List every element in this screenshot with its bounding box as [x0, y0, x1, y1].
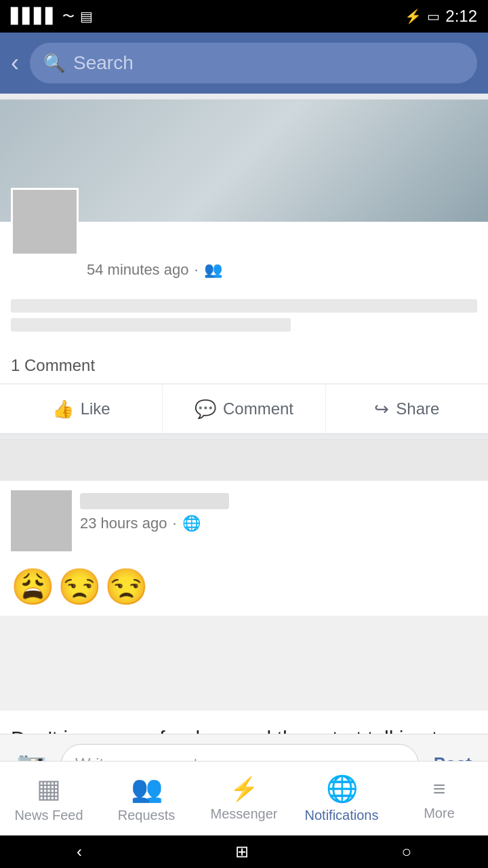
post-card-1: 54 minutes ago · 👥 1 Comment 👍 Like 💬 Co	[0, 99, 488, 434]
like-icon: 👍	[52, 399, 74, 420]
status-left: ▋▋▋▋ 〜 ▤	[11, 7, 93, 25]
comment-button[interactable]: 💬 Comment	[163, 384, 325, 433]
post2-name-blur	[80, 493, 229, 509]
nav-requests[interactable]: 👥 Requests	[98, 762, 195, 835]
share-button[interactable]: ↪ Share	[326, 384, 488, 433]
post2-meta: 23 hours ago · 🌐	[80, 490, 229, 532]
battery-icon: ▭	[427, 8, 440, 24]
share-icon: ↪	[374, 399, 389, 420]
blur-line-2	[11, 318, 291, 332]
notifications-icon: 🌐	[326, 774, 358, 804]
post1-meta: 54 minutes ago · 👥	[87, 261, 222, 279]
search-icon: 🔍	[43, 53, 65, 74]
status-bar: ▋▋▋▋ 〜 ▤ ⚡ ▭ 2:12	[0, 0, 488, 33]
bottom-nav: ▦ News Feed 👥 Requests ⚡ Messenger 🌐 Not…	[0, 761, 488, 835]
clock: 2:12	[445, 7, 477, 26]
post1-header: 54 minutes ago · 👥	[0, 256, 488, 288]
system-nav: ‹ ⊞ ○	[0, 835, 488, 868]
post1-image-area	[0, 100, 488, 256]
share-label: Share	[396, 399, 439, 418]
nav-messenger[interactable]: ⚡ Messenger	[195, 762, 293, 835]
post1-privacy-icon: 👥	[204, 261, 222, 279]
requests-icon: 👥	[131, 774, 163, 804]
nav-notifications[interactable]: 🌐 Notifications	[293, 762, 390, 835]
requests-label: Requests	[118, 808, 176, 823]
signal-icon: ▋▋▋▋	[11, 7, 57, 25]
system-search-button[interactable]: ○	[402, 842, 412, 861]
back-button[interactable]: ‹	[11, 49, 19, 77]
post2-time: 23 hours ago · 🌐	[80, 515, 229, 532]
charging-icon: ⚡	[405, 8, 422, 24]
comment-icon: 💬	[195, 399, 216, 420]
messenger-label: Messenger	[211, 806, 278, 822]
like-label: Like	[81, 399, 110, 418]
post2-image-placeholder	[0, 616, 488, 711]
search-bar[interactable]: 🔍	[30, 43, 477, 83]
post2-emojis: 😩😒😒	[0, 561, 488, 616]
system-back-button[interactable]: ‹	[77, 842, 82, 861]
nav-more[interactable]: ≡ More	[390, 762, 488, 835]
search-input[interactable]	[73, 52, 464, 74]
wifi-icon: 〜	[62, 8, 75, 24]
blur-line-1	[11, 299, 477, 313]
post2-dot: ·	[172, 515, 176, 532]
more-icon: ≡	[433, 776, 446, 802]
like-button[interactable]: 👍 Like	[0, 384, 163, 433]
status-right: ⚡ ▭ 2:12	[405, 7, 477, 26]
post1-time: 54 minutes ago · 👥	[87, 261, 222, 279]
post1-comment-count: 1 Comment	[0, 348, 488, 384]
comment-label: Comment	[223, 399, 293, 418]
system-home-button[interactable]: ⊞	[235, 842, 249, 861]
post2-privacy-icon: 🌐	[182, 515, 201, 532]
notifications-label: Notifications	[305, 808, 379, 823]
app-header: ‹ 🔍	[0, 33, 488, 94]
post2-user-row: 23 hours ago · 🌐	[0, 481, 488, 561]
post2-avatar	[11, 490, 72, 551]
nav-news-feed[interactable]: ▦ News Feed	[0, 762, 98, 835]
message-icon: ▤	[80, 8, 93, 24]
post1-content-blur	[0, 288, 488, 348]
post1-avatar-overlap	[11, 188, 79, 256]
post2-header-blur	[0, 440, 488, 481]
messenger-icon: ⚡	[230, 775, 258, 802]
post1-action-bar: 👍 Like 💬 Comment ↪ Share	[0, 384, 488, 433]
more-label: More	[424, 806, 455, 821]
news-feed-label: News Feed	[14, 808, 83, 823]
news-feed-icon: ▦	[37, 774, 61, 804]
post1-dot: ·	[194, 261, 198, 279]
